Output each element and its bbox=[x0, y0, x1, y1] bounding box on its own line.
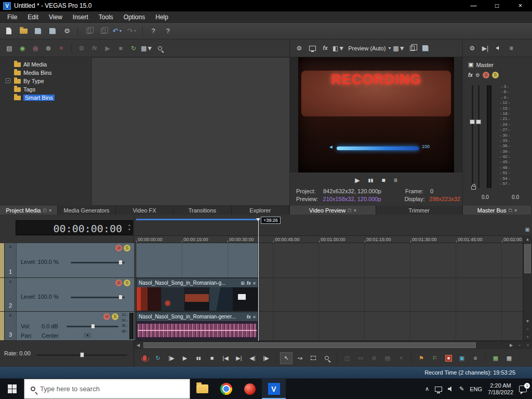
pause-button[interactable]: ▮▮ bbox=[192, 352, 205, 364]
tree-item-by-type[interactable]: + By Type bbox=[0, 77, 91, 85]
copy-snapshot-button[interactable] bbox=[407, 42, 418, 55]
master-fader-right-handle[interactable] bbox=[476, 119, 481, 124]
new-project-button[interactable] bbox=[2, 24, 16, 38]
timeline-ruler[interactable]: 00:00:00:0000:00:15:0000:00:30:0000:00:4… bbox=[134, 235, 523, 243]
record-toggle-button[interactable] bbox=[442, 352, 455, 364]
video-frame[interactable]: RECORDING ◄ 100 bbox=[298, 57, 454, 172]
search-media-button[interactable] bbox=[154, 42, 166, 55]
tab-explorer[interactable]: Explorer bbox=[232, 206, 289, 215]
pin-timeline-icon[interactable]: ▣ bbox=[525, 227, 529, 232]
volume-slider[interactable] bbox=[66, 326, 118, 327]
event-menu-icon[interactable]: ≡ bbox=[253, 281, 256, 286]
level-slider[interactable] bbox=[71, 262, 125, 263]
track-scribble-strip[interactable] bbox=[0, 278, 5, 311]
master-mute-button[interactable]: ⊘ bbox=[483, 72, 489, 78]
tree-item-all-media[interactable]: All Media bbox=[0, 60, 91, 69]
taskbar-vegas[interactable]: V bbox=[262, 379, 286, 399]
playhead-cursor[interactable] bbox=[258, 218, 259, 341]
track-header-1[interactable]: ≡ 1 ⊘ S Level: 100.0 % bbox=[0, 243, 134, 278]
tab-transitions[interactable]: Transitions bbox=[174, 206, 231, 215]
undo-button[interactable]: ↶▼ bbox=[111, 24, 124, 38]
volume-slider-handle[interactable] bbox=[91, 324, 95, 329]
media-list-area[interactable] bbox=[91, 57, 289, 206]
scroll-right-button[interactable]: ▶ bbox=[507, 341, 515, 349]
redo-button[interactable]: ↷▼ bbox=[125, 24, 139, 38]
vertical-scroll-track[interactable] bbox=[523, 243, 532, 317]
event-fx-icon[interactable]: fx bbox=[247, 281, 251, 286]
float-window-icon[interactable]: □ bbox=[348, 208, 351, 213]
tab-trimmer[interactable]: Trimmer bbox=[376, 206, 462, 215]
go-to-start-button[interactable]: |◀ bbox=[219, 352, 232, 364]
preview-menu-button[interactable]: ≡ bbox=[394, 177, 397, 184]
loop-playback-button[interactable]: ↻ bbox=[152, 352, 164, 364]
tree-item-tags[interactable]: Tags bbox=[0, 85, 91, 94]
media-fx-button[interactable]: fx bbox=[89, 42, 100, 55]
insert-marker-button[interactable]: ⚑ bbox=[415, 352, 428, 364]
track-mute-button[interactable]: ⊘ bbox=[115, 280, 122, 286]
external-monitor-toggle-button[interactable]: ▣ bbox=[456, 352, 468, 364]
lock-fader-icon[interactable] bbox=[471, 186, 476, 190]
menu-options[interactable]: Options bbox=[118, 11, 150, 22]
tab-video-preview[interactable]: Video Preview □ × bbox=[290, 206, 376, 215]
menu-view[interactable]: View bbox=[44, 11, 68, 22]
horizontal-scroll-track[interactable] bbox=[142, 341, 507, 349]
video-event-clip[interactable]: Nasol_Nasol_Song_in_Romanian-g... ⊞ fx ≡ bbox=[136, 278, 258, 311]
trim-event-button[interactable]: ▭ bbox=[354, 352, 367, 364]
horizontal-scroll-thumb[interactable] bbox=[143, 342, 476, 348]
close-tab-icon[interactable]: × bbox=[514, 208, 517, 213]
play-from-start-button[interactable]: |▶ bbox=[165, 352, 178, 364]
undo-dropdown-icon[interactable]: ▼ bbox=[118, 29, 122, 33]
loop-region-bar[interactable] bbox=[136, 219, 258, 220]
track-mute-button[interactable]: ⊘ bbox=[103, 313, 110, 320]
start-button[interactable] bbox=[0, 379, 24, 399]
network-icon[interactable] bbox=[435, 387, 442, 392]
track-2-lane[interactable]: Nasol_Nasol_Song_in_Romanian-g... ⊞ fx ≡ bbox=[134, 278, 523, 312]
rate-slider-handle[interactable] bbox=[80, 352, 84, 357]
close-tab-icon[interactable]: × bbox=[354, 208, 356, 213]
expand-icon[interactable]: + bbox=[6, 78, 10, 83]
start-preview-button[interactable]: ▶ bbox=[102, 42, 113, 55]
timeline-horizontal-scrollbar[interactable]: ◀ ▶ − + bbox=[134, 341, 532, 349]
scroll-left-button[interactable]: ◀ bbox=[134, 341, 142, 349]
track-menu-icon[interactable]: ≡ bbox=[9, 280, 11, 284]
language-indicator[interactable]: ENG bbox=[470, 386, 482, 392]
downmix-output-button[interactable]: ▶| bbox=[480, 42, 491, 55]
previous-frame-button[interactable]: ◀| bbox=[246, 352, 259, 364]
vertical-scroll-thumb[interactable] bbox=[524, 244, 531, 273]
master-automation-button[interactable]: ⚙ bbox=[475, 72, 480, 78]
tree-item-media-bins[interactable]: Media Bins bbox=[0, 69, 91, 77]
close-tab-icon[interactable]: × bbox=[49, 208, 51, 213]
cursor-marker[interactable] bbox=[256, 218, 260, 221]
timeline-time-display[interactable]: 00:00:00:00 bbox=[16, 220, 133, 235]
spin-down-icon[interactable]: ▼ bbox=[128, 228, 131, 232]
stop-button[interactable]: ■ bbox=[206, 352, 218, 364]
audio-event-clip[interactable]: Nasol_Nasol_Song_in_Romanian-gener... fx… bbox=[136, 312, 258, 340]
master-fx-button[interactable]: fx bbox=[468, 72, 473, 78]
volume-icon[interactable] bbox=[448, 386, 454, 392]
get-media-web-button[interactable]: ⊚ bbox=[43, 42, 54, 55]
track-header-3[interactable]: ≡ 3 ⊘ S Vol: 0.0 dB Pan: Center ▼ 122436… bbox=[0, 312, 134, 341]
tab-master-bus[interactable]: Master Bus □ × bbox=[463, 206, 532, 215]
stop-preview-button[interactable]: ■ bbox=[115, 42, 126, 55]
preview-play-button[interactable]: ▶ bbox=[355, 177, 360, 184]
menu-insert[interactable]: Insert bbox=[68, 11, 94, 22]
float-window-icon[interactable]: □ bbox=[509, 208, 511, 213]
spin-up-icon[interactable]: ▲ bbox=[128, 223, 131, 228]
mixing-console-button[interactable]: ≡ bbox=[469, 352, 482, 364]
taskbar-recorder[interactable] bbox=[238, 379, 262, 399]
menu-help[interactable]: Help bbox=[150, 11, 174, 22]
redo-dropdown-icon[interactable]: ▼ bbox=[133, 29, 137, 33]
event-menu-icon[interactable]: ≡ bbox=[253, 314, 256, 320]
tab-media-generators[interactable]: Media Generators bbox=[58, 206, 115, 215]
close-button[interactable]: × bbox=[509, 0, 532, 11]
pen-icon[interactable]: ✎ bbox=[459, 385, 464, 392]
extract-audio-cd-button[interactable]: ◎ bbox=[30, 42, 41, 55]
views-dropdown-icon[interactable]: ▼ bbox=[147, 45, 153, 52]
preview-quality-dropdown[interactable]: Preview (Auto)▼ bbox=[348, 45, 391, 51]
level-slider-handle[interactable] bbox=[118, 260, 123, 265]
track-solo-button[interactable]: S bbox=[124, 245, 130, 251]
timeline-vertical-scrollbar[interactable]: ▲ ▼ − + bbox=[523, 235, 532, 341]
import-media-button[interactable]: ▤ bbox=[4, 42, 15, 55]
split-events-button[interactable]: ◫ bbox=[341, 352, 353, 364]
float-window-icon[interactable]: □ bbox=[43, 208, 46, 213]
